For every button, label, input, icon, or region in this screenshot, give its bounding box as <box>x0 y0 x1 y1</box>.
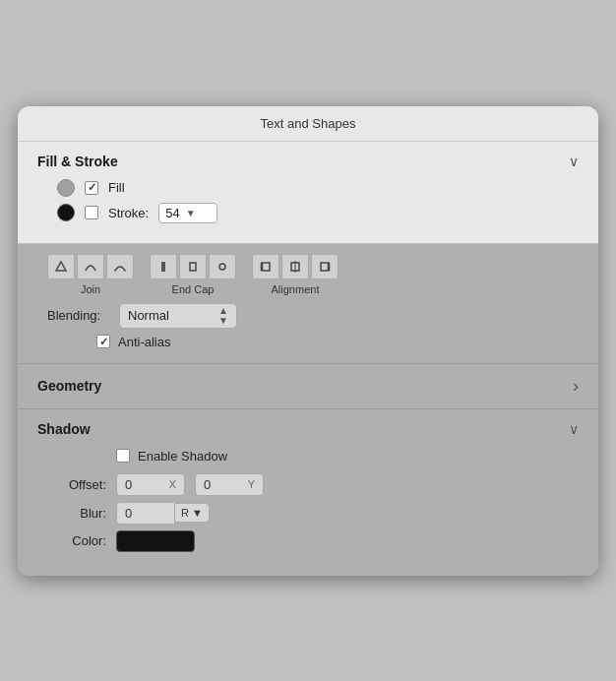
stroke-value-dropdown[interactable]: 54 ▼ <box>158 203 217 223</box>
color-label: Color: <box>37 533 106 548</box>
alignment-btn-center[interactable] <box>281 254 309 279</box>
main-panel: Text and Shapes Fill & Stroke ∨ Fill Str… <box>18 106 598 576</box>
panel-title: Text and Shapes <box>18 106 598 142</box>
shadow-header: Shadow ∨ <box>37 421 579 437</box>
alignment-btn-outer[interactable] <box>311 254 339 279</box>
fill-stroke-title: Fill & Stroke <box>37 154 118 169</box>
join-label: Join <box>81 283 100 295</box>
antialias-row: Anti-alias <box>37 335 579 349</box>
color-row: Color: <box>37 530 579 552</box>
center-align-icon <box>288 260 302 274</box>
blur-value-field[interactable]: 0 <box>116 502 175 525</box>
stroke-dropdown-arrow: ▼ <box>186 208 196 218</box>
fill-row: Fill <box>57 179 579 197</box>
shadow-chevron[interactable]: ∨ <box>569 421 579 437</box>
join-btn-miter[interactable] <box>47 254 75 279</box>
miter-icon <box>54 260 68 274</box>
alignment-btn-inner[interactable] <box>252 254 279 279</box>
alignment-buttons <box>252 254 339 279</box>
inner-align-icon <box>259 260 273 274</box>
blending-row: Blending: Normal ▲ ▼ <box>37 303 579 329</box>
antialias-label: Anti-alias <box>118 335 170 349</box>
stroke-color-swatch[interactable] <box>57 204 75 221</box>
offset-y-value: 0 <box>204 477 211 492</box>
icon-groups: Join <box>37 254 579 295</box>
stroke-checkbox[interactable] <box>85 206 98 219</box>
blur-label: Blur: <box>37 506 106 521</box>
geometry-title: Geometry <box>37 378 101 394</box>
offset-x-value: 0 <box>125 477 132 492</box>
offset-label: Offset: <box>37 477 106 492</box>
alignment-group: Alignment <box>252 254 339 295</box>
svg-rect-2 <box>190 263 196 271</box>
controls-section: Join <box>18 244 598 364</box>
blur-control: 0 R ▼ <box>116 502 210 525</box>
stroke-value: 54 <box>165 206 179 220</box>
geometry-section[interactable]: Geometry › <box>18 364 598 409</box>
blur-dropdown-arrow: ▼ <box>192 507 203 519</box>
shadow-section: Shadow ∨ Enable Shadow Offset: 0 X 0 Y B… <box>18 409 598 576</box>
blur-suffix: R <box>181 507 189 519</box>
svg-marker-0 <box>56 262 66 271</box>
enable-shadow-row: Enable Shadow <box>37 449 579 464</box>
endcap-btn-square[interactable] <box>179 254 207 279</box>
offset-y-field[interactable]: 0 Y <box>195 473 264 496</box>
square-cap-icon <box>186 260 200 274</box>
fill-stroke-section: Fill & Stroke ∨ Fill Stroke: 54 ▼ <box>18 142 598 244</box>
enable-shadow-checkbox[interactable] <box>116 449 130 463</box>
stroke-label: Stroke: <box>108 206 149 220</box>
geometry-header: Geometry › <box>37 376 579 397</box>
butt-cap-icon <box>156 260 170 274</box>
fill-label: Fill <box>108 180 125 195</box>
stroke-row: Stroke: 54 ▼ <box>57 203 579 223</box>
outer-align-icon <box>318 260 332 274</box>
round-icon <box>84 260 97 274</box>
offset-x-field[interactable]: 0 X <box>116 473 185 496</box>
round-cap-icon <box>216 260 229 274</box>
join-group: Join <box>47 254 134 295</box>
blending-label: Blending: <box>47 308 111 323</box>
join-btn-bevel[interactable] <box>106 254 134 279</box>
svg-rect-3 <box>219 264 225 270</box>
fill-stroke-chevron[interactable]: ∨ <box>569 154 579 169</box>
shadow-color-box[interactable] <box>116 530 195 552</box>
shadow-title: Shadow <box>37 421 91 437</box>
blending-select[interactable]: Normal ▲ ▼ <box>119 303 237 329</box>
geometry-chevron[interactable]: › <box>573 376 579 397</box>
bevel-icon <box>113 260 127 274</box>
offset-row: Offset: 0 X 0 Y <box>37 473 579 496</box>
enable-shadow-label: Enable Shadow <box>138 449 227 464</box>
endcap-btn-butt[interactable] <box>150 254 177 279</box>
join-btn-round[interactable] <box>77 254 104 279</box>
endcap-btn-round[interactable] <box>209 254 236 279</box>
fill-checkbox[interactable] <box>85 181 98 195</box>
endcap-group: End Cap <box>150 254 236 295</box>
offset-y-suffix: Y <box>248 478 255 490</box>
blending-value: Normal <box>128 308 213 323</box>
endcap-label: End Cap <box>172 283 215 295</box>
fill-stroke-header: Fill & Stroke ∨ <box>37 154 579 169</box>
blending-arrows: ▲ ▼ <box>218 306 228 326</box>
blur-dropdown[interactable]: R ▼ <box>175 503 210 523</box>
blur-row: Blur: 0 R ▼ <box>37 502 579 525</box>
blur-value: 0 <box>125 506 132 521</box>
svg-rect-1 <box>161 262 165 272</box>
join-buttons <box>47 254 134 279</box>
offset-x-suffix: X <box>169 478 176 490</box>
antialias-checkbox[interactable] <box>96 335 110 348</box>
fill-color-swatch[interactable] <box>57 179 75 197</box>
alignment-label: Alignment <box>272 283 320 295</box>
endcap-buttons <box>150 254 236 279</box>
